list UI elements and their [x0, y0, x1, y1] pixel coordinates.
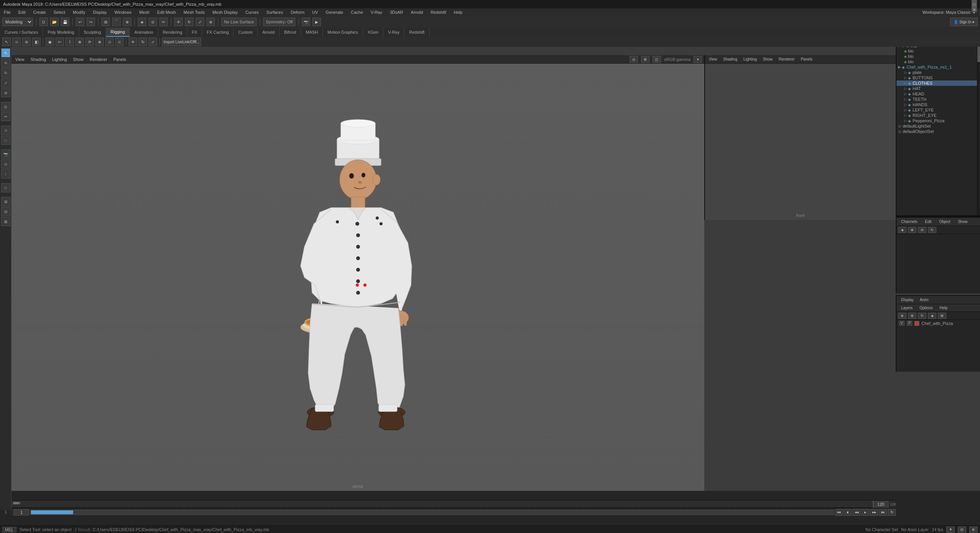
- menu-3dsar[interactable]: 3DsAR: [388, 9, 405, 15]
- tree-item-hat[interactable]: ▷ ◈ HAT: [897, 86, 980, 91]
- universal-btn[interactable]: ⊛: [206, 18, 215, 26]
- lasso-side-tool[interactable]: ⊃: [1, 126, 10, 135]
- viewport-grid-btn[interactable]: ⊞: [641, 56, 650, 63]
- connect-btn[interactable]: ⊂: [115, 38, 124, 46]
- tab-sculpting[interactable]: Sculpting: [79, 28, 106, 37]
- rotate-btn[interactable]: ↻: [185, 18, 193, 26]
- joint-btn[interactable]: ◉: [46, 38, 54, 46]
- tree-item-blo3[interactable]: ■ blo: [897, 59, 980, 64]
- lighting-menu[interactable]: Lighting: [51, 56, 69, 62]
- universal-manip[interactable]: ⊛: [1, 88, 10, 97]
- move-btn[interactable]: ✛: [174, 18, 183, 26]
- up-tool[interactable]: ↑: [1, 169, 10, 179]
- menu-modify[interactable]: Modify: [71, 9, 87, 15]
- menu-cache[interactable]: Cache: [349, 9, 365, 15]
- menu-arnold[interactable]: Arnold: [409, 9, 425, 15]
- show-menu[interactable]: Show: [72, 56, 85, 62]
- layer-icon1[interactable]: ⊕: [898, 313, 906, 319]
- tab-mash[interactable]: MASH: [301, 28, 323, 37]
- lasso-tool-btn[interactable]: ⊃: [12, 38, 21, 46]
- lasso-btn[interactable]: ⊙: [149, 18, 157, 26]
- front-show-menu[interactable]: Show: [761, 56, 774, 62]
- select-by-poly-btn[interactable]: ◈: [138, 18, 146, 26]
- outliner-scrollbar[interactable]: [977, 39, 980, 215]
- tree-item-chef-root[interactable]: ▶ ◈ Chef_with_Pizza_ns1_1: [897, 64, 980, 70]
- ik-handle-btn[interactable]: ⊢: [56, 38, 64, 46]
- no-live-surface-btn[interactable]: No Live Surface: [221, 18, 257, 26]
- tree-item-pizza[interactable]: ▷ ◈ Pepperoni_Pizza: [897, 118, 980, 123]
- marquee-tool[interactable]: □: [1, 136, 10, 145]
- camera-btn[interactable]: 📷: [302, 18, 310, 26]
- tab-poly-modeling[interactable]: Poly Modeling: [43, 28, 79, 37]
- reroot-btn[interactable]: ⟳: [85, 38, 94, 46]
- paint-sel-btn[interactable]: ✏: [159, 18, 168, 26]
- symmetry-btn[interactable]: Symmetry: Off: [263, 18, 295, 26]
- viewport-wire-btn[interactable]: ◫: [653, 56, 661, 63]
- tab-vray[interactable]: V-Ray: [383, 28, 404, 37]
- snap-grid-btn[interactable]: ⊞: [101, 18, 110, 26]
- render-btn[interactable]: ▶: [312, 18, 321, 26]
- limit-info-btn[interactable]: ⤢: [149, 38, 157, 46]
- menu-file[interactable]: File: [2, 9, 12, 15]
- import-livelink-btn[interactable]: Import LiveLink/Offl...: [162, 38, 201, 46]
- tree-item-blo2[interactable]: ■ blo: [897, 54, 980, 59]
- rotate-tool[interactable]: ↻: [1, 68, 10, 77]
- sign-in-btn[interactable]: 👤 Sign In ▾: [950, 18, 978, 26]
- workspace-selector[interactable]: Workspace: Maya Classic ▼: [921, 9, 978, 15]
- front-lighting-menu[interactable]: Lighting: [742, 56, 758, 62]
- menu-edit[interactable]: Edit: [17, 9, 27, 15]
- soft-sel-tool[interactable]: ◎: [1, 102, 10, 111]
- cb-icon1[interactable]: ◈: [898, 227, 906, 233]
- next-frame-end-btn[interactable]: ⏭: [879, 509, 887, 516]
- end-frame-input[interactable]: [873, 501, 888, 507]
- custom2-tool[interactable]: ⊟: [1, 207, 10, 216]
- layer-icon3[interactable]: ↻: [918, 313, 926, 319]
- tab-motion-graphics[interactable]: Motion Graphics: [323, 28, 363, 37]
- maximize-button[interactable]: □: [972, 2, 977, 7]
- menu-mesh[interactable]: Mesh: [137, 9, 151, 15]
- tab-animation[interactable]: Animation: [130, 28, 158, 37]
- object-menu[interactable]: Object: [938, 219, 952, 225]
- tree-item-blo1[interactable]: ■ blo: [897, 48, 980, 54]
- menu-select[interactable]: Select: [52, 9, 67, 15]
- next-key-btn[interactable]: ▸: [861, 509, 869, 516]
- tree-item-plate[interactable]: ▷ ◈ plate: [897, 70, 980, 75]
- renderer-menu[interactable]: Renderer: [88, 56, 109, 62]
- front-viewport[interactable]: View Shading Lighting Show Renderer Pane…: [704, 55, 896, 220]
- layer-color-box[interactable]: [915, 321, 919, 326]
- tree-item-hands[interactable]: ▷ ◈ HANDS: [897, 102, 980, 107]
- display-tab[interactable]: Display: [900, 297, 915, 303]
- gamma-dropdown[interactable]: ▾: [694, 56, 702, 63]
- outliner-scrollbar-thumb[interactable]: [977, 47, 980, 62]
- cb-icon2[interactable]: ⊕: [908, 227, 916, 233]
- tree-item-default-obj[interactable]: ⊙ defaultObjectSet: [897, 129, 980, 134]
- menu-redshift[interactable]: Redshift: [429, 9, 448, 15]
- shading-menu[interactable]: Shading: [29, 56, 47, 62]
- loop-btn[interactable]: ↻: [888, 509, 896, 516]
- menu-curves[interactable]: Curves: [244, 9, 260, 15]
- status-icon1[interactable]: ⊟: [958, 526, 966, 533]
- menu-windows[interactable]: Windows: [113, 9, 133, 15]
- select-tool[interactable]: ↖: [1, 48, 10, 57]
- tab-fx[interactable]: FX: [187, 28, 202, 37]
- snap-curve-btn[interactable]: ⌒: [112, 18, 121, 26]
- channels-menu[interactable]: Channels: [900, 219, 919, 225]
- menu-generate[interactable]: Generate: [324, 9, 345, 15]
- fps-dropdown[interactable]: ▾: [946, 526, 955, 533]
- module-selector[interactable]: Modeling Rigging Animation: [2, 18, 33, 26]
- menu-mesh-display[interactable]: Mesh Display: [211, 9, 239, 15]
- layer-icon2[interactable]: ⊗: [908, 313, 916, 319]
- menu-uv[interactable]: UV: [311, 9, 319, 15]
- tab-bifrost[interactable]: Bifrost: [280, 28, 301, 37]
- show-manip-tool[interactable]: ☉: [1, 183, 10, 192]
- layer-item-chef[interactable]: V P Chef_with_Pizza: [897, 320, 980, 326]
- viewport-cam-btn[interactable]: ◎: [630, 56, 638, 63]
- tree-item-buttons[interactable]: ▷ ◈ BUTTONS: [897, 75, 980, 80]
- menu-mesh-tools[interactable]: Mesh Tools: [182, 9, 206, 15]
- orient-joint-btn[interactable]: ↻: [139, 38, 147, 46]
- tree-item-head[interactable]: ▷ ◈ HEAD: [897, 91, 980, 97]
- sel-mask-btn[interactable]: ◧: [32, 38, 41, 46]
- tree-item-clothes[interactable]: ▷ ◈ CLOTHES: [897, 80, 980, 86]
- range-start-input[interactable]: [14, 509, 29, 515]
- menu-edit-mesh[interactable]: Edit Mesh: [155, 9, 177, 15]
